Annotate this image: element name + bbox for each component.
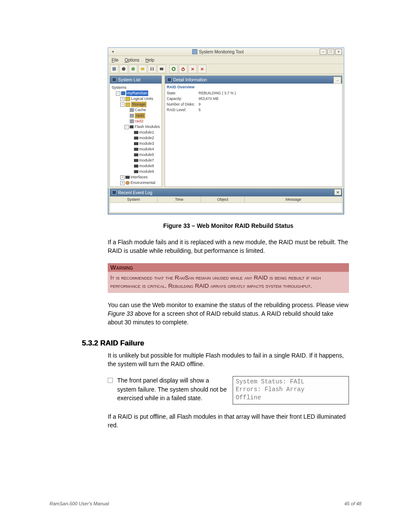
tree-module[interactable]: module9: [139, 169, 154, 174]
warning-heading: Warning: [108, 263, 349, 272]
tree-mgmt[interactable]: Management: [131, 186, 153, 187]
paragraph: It is unlikely but possible for multiple…: [108, 351, 349, 369]
col-object[interactable]: Object: [201, 196, 245, 202]
detail-header: Detail Information: [173, 78, 207, 82]
raid-icon: [130, 114, 134, 118]
footer-right: 45 of 48: [344, 501, 361, 506]
system-list-panel: System List Systems −myRamSan +Logical U…: [109, 75, 162, 187]
tree-env[interactable]: Environmental: [131, 180, 156, 186]
event-log-panel: Recent Event Log ✕ System Time Object Me…: [109, 188, 342, 213]
tree-module[interactable]: module1: [139, 130, 154, 135]
tree-root: Systems: [112, 85, 127, 90]
titlebar: ▾ System Monitoring Tool – □ ×: [108, 48, 344, 56]
tree-raid1[interactable]: raid1: [135, 113, 145, 118]
system-list-label: System List: [118, 78, 140, 82]
svg-point-1: [122, 67, 125, 71]
interfaces-icon: [125, 176, 130, 179]
raid-icon: [130, 119, 134, 123]
paragraph: You can use the Web monitor to examine t…: [108, 301, 349, 327]
tree-module[interactable]: module7: [139, 158, 154, 163]
toolbar-x2-icon[interactable]: ✕: [198, 65, 206, 73]
panel-icon: [167, 78, 171, 82]
module-icon: [134, 137, 138, 140]
kv-val: 5: [199, 107, 201, 113]
svg-point-2: [131, 67, 135, 71]
close-button[interactable]: ×: [335, 49, 342, 55]
menu-file[interactable]: File: [112, 58, 118, 62]
module-icon: [134, 170, 138, 173]
svg-rect-5: [153, 67, 154, 71]
kv-val: REBUILDING ( 3.7 % ): [199, 90, 236, 96]
module-icon: [134, 165, 138, 168]
tree-module[interactable]: module2: [139, 135, 154, 141]
paragraph: If a Flash module fails and it is replac…: [108, 238, 349, 255]
toolbar-btn-4[interactable]: [138, 65, 147, 73]
system-icon: [121, 91, 125, 95]
window-title: System Monitoring Tool: [199, 50, 244, 54]
module-icon: [134, 142, 138, 145]
panel-icon: [112, 190, 116, 195]
folder-icon: [125, 97, 130, 101]
app-window: ▾ System Monitoring Tool – □ × File Opti…: [108, 47, 344, 215]
list-bullet-icon: [108, 378, 113, 383]
toolbar-x1-icon[interactable]: ✕: [188, 65, 197, 73]
tree-cache[interactable]: Cache: [135, 107, 146, 113]
warning-body: It is recommended that the RamSan remain…: [108, 272, 349, 293]
env-icon: [125, 181, 130, 185]
minimize-button[interactable]: –: [320, 49, 327, 55]
tree-flash[interactable]: Flash Modules: [134, 124, 160, 130]
tree-module[interactable]: module4: [139, 146, 154, 152]
menu-help[interactable]: Help: [146, 58, 155, 62]
toolbar-refresh-icon[interactable]: [169, 65, 178, 73]
toolbar-btn-3[interactable]: [129, 65, 137, 73]
tree-interfaces[interactable]: Interfaces: [131, 174, 148, 180]
tree-module[interactable]: module3: [139, 141, 154, 146]
col-time[interactable]: Time: [158, 196, 201, 202]
col-message[interactable]: Message: [245, 196, 342, 202]
toolbar-btn-2[interactable]: [119, 65, 128, 73]
svg-rect-3: [141, 68, 144, 70]
folder-icon: [125, 103, 130, 107]
kv-val: 9: [199, 102, 201, 107]
panel-icon: [112, 78, 116, 82]
module-icon: [134, 159, 138, 162]
tree-module[interactable]: module5: [139, 152, 154, 158]
tree-module[interactable]: module8: [139, 163, 154, 169]
tree-raid2[interactable]: raid2: [135, 118, 143, 124]
toolbar-power-icon[interactable]: [179, 65, 187, 73]
list-item-text: The front panel display will show a syst…: [117, 376, 227, 404]
status-display-box: System Status: FAIL Errors: Flash Array …: [233, 376, 349, 404]
arrow-right-icon[interactable]: →: [333, 77, 341, 84]
module-icon: [130, 125, 134, 128]
event-log-body: [110, 203, 342, 212]
kv-key: State:: [167, 90, 199, 96]
module-icon: [134, 148, 138, 151]
toolbar: ✕ ✕: [108, 64, 344, 74]
module-icon: [134, 131, 138, 134]
toolbar-btn-5[interactable]: [148, 65, 156, 73]
kv-key: RAID Level:: [167, 107, 199, 113]
tree-logical[interactable]: Logical Units: [131, 96, 153, 102]
col-system[interactable]: System: [110, 196, 158, 202]
detail-panel: Detail Information → RAID Overview State…: [165, 75, 342, 187]
maximize-button[interactable]: □: [327, 49, 334, 55]
tree-system[interactable]: myRamSan: [126, 90, 148, 96]
toolbar-btn-6[interactable]: [157, 65, 166, 73]
kv-key: Capacity:: [167, 96, 199, 102]
footer-left: RamSan-500 User's Manual: [50, 501, 109, 506]
toolbar-btn-1[interactable]: [110, 65, 118, 73]
figure-reference: Figure 33: [108, 310, 133, 317]
svg-rect-6: [160, 68, 163, 70]
figure-caption: Figure 33 – Web Monitor RAID Rebuild Sta…: [108, 222, 349, 229]
svg-rect-4: [150, 67, 152, 71]
system-tree[interactable]: Systems −myRamSan +Logical Units −Storag…: [112, 85, 160, 187]
svg-rect-0: [112, 67, 116, 71]
tree-storage[interactable]: Storage: [131, 102, 146, 107]
chevron-down-icon[interactable]: ▾: [110, 50, 116, 54]
menu-options[interactable]: Options: [125, 58, 139, 62]
svg-point-7: [172, 68, 175, 71]
kv-key: Number of Disks:: [167, 102, 199, 107]
paragraph: If a RAID is put offline, all Flash modu…: [108, 412, 349, 430]
event-log-title: Recent Event Log: [118, 190, 153, 195]
close-icon[interactable]: ✕: [334, 189, 341, 195]
